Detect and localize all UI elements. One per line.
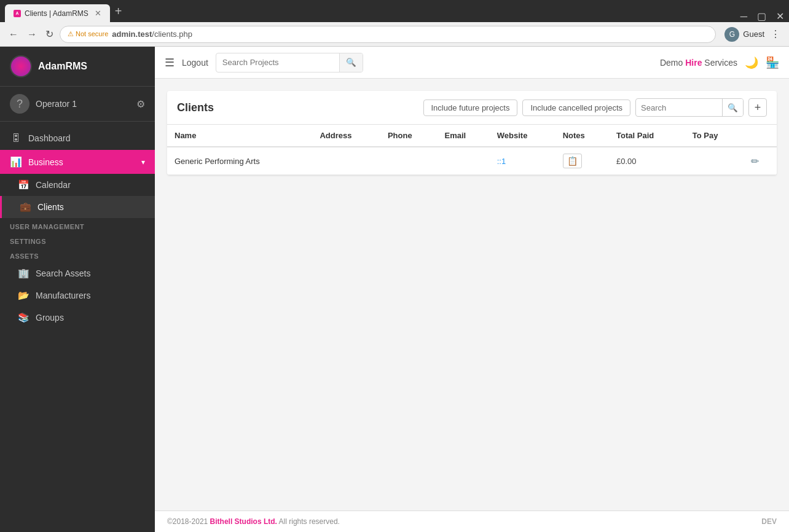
- col-address: Address: [312, 125, 380, 147]
- hamburger-menu-button[interactable]: ☰: [165, 56, 175, 69]
- add-client-button[interactable]: +: [748, 98, 767, 117]
- footer-company-link[interactable]: Bithell Studios Ltd.: [210, 517, 277, 526]
- sidebar-username: Operator 1: [36, 99, 130, 109]
- topbar: ☰ Logout 🔍 Demo Hire Services 🌙 🏪: [155, 47, 789, 79]
- project-search-input[interactable]: [216, 58, 339, 67]
- client-website-cell: ::1: [490, 147, 555, 175]
- calendar-icon: 📅: [17, 179, 29, 190]
- sidebar-brand: AdamRMS: [0, 47, 155, 87]
- store-button[interactable]: 🏪: [766, 56, 779, 69]
- maximize-icon[interactable]: ▢: [757, 10, 766, 22]
- page-footer: ©2018-2021 Bithell Studios Ltd. All righ…: [155, 510, 789, 532]
- url-bar[interactable]: ⚠ Not secure admin.test/clients.php: [60, 26, 716, 43]
- include-cancelled-projects-button[interactable]: Include cancelled projects: [522, 100, 630, 116]
- security-warning: ⚠ Not secure: [68, 30, 108, 38]
- forward-button[interactable]: →: [25, 26, 39, 42]
- logout-button[interactable]: Logout: [182, 58, 208, 68]
- tab-favicon: A: [14, 10, 21, 17]
- project-search-bar[interactable]: 🔍: [216, 53, 363, 72]
- dark-mode-button[interactable]: 🌙: [745, 56, 758, 69]
- sidebar-sub-item-label: Search Assets: [36, 268, 91, 278]
- minimize-icon[interactable]: ─: [740, 11, 747, 22]
- tab-title: Clients | AdamRMS: [25, 9, 88, 18]
- main-content: ☰ Logout 🔍 Demo Hire Services 🌙 🏪 Client…: [155, 47, 789, 532]
- url-display: admin.test/clients.php: [112, 29, 192, 39]
- sidebar-item-label: Business: [28, 157, 135, 167]
- sidebar-sub-item-label: Calendar: [36, 180, 71, 190]
- clients-search-bar[interactable]: 🔍: [635, 98, 744, 117]
- client-phone-cell: [380, 147, 438, 175]
- sidebar-sub-item-label: Groups: [36, 313, 64, 323]
- user-settings-icon[interactable]: ⚙: [136, 98, 145, 110]
- sidebar-item-clients[interactable]: 💼 Clients: [0, 196, 155, 218]
- sidebar-sub-item-label: Manufacturers: [36, 291, 90, 300]
- new-tab-button[interactable]: +: [110, 4, 127, 18]
- reload-button[interactable]: ↻: [43, 26, 56, 42]
- client-actions-cell: ✏: [744, 147, 777, 175]
- section-settings: SETTINGS: [0, 233, 155, 248]
- app-name: AdamRMS: [38, 61, 87, 72]
- include-future-projects-button[interactable]: Include future projects: [423, 100, 518, 116]
- topbar-right: Demo Hire Services 🌙 🏪: [660, 56, 779, 69]
- chevron-down-icon: ▾: [141, 158, 145, 166]
- clients-search-button[interactable]: 🔍: [722, 99, 743, 116]
- close-window-icon[interactable]: ✕: [776, 10, 784, 22]
- client-email-cell: [437, 147, 489, 175]
- search-assets-icon: 🏢: [17, 268, 29, 279]
- col-notes: Notes: [555, 125, 609, 147]
- browser-username: Guest: [743, 29, 764, 39]
- sidebar-item-business[interactable]: 📊 Business ▾: [0, 150, 155, 174]
- browser-menu-button[interactable]: ⋮: [768, 26, 783, 42]
- sidebar-item-label: Dashboard: [28, 133, 145, 143]
- page-content: Clients Include future projects Include …: [155, 79, 789, 510]
- groups-icon: 📚: [17, 312, 29, 323]
- client-total-paid-cell: £0.00: [609, 147, 685, 175]
- client-name-link[interactable]: Generic Performing Arts: [175, 157, 260, 166]
- col-email: Email: [437, 125, 489, 147]
- section-user-management: USER MANAGEMENT: [0, 218, 155, 233]
- sidebar-item-manufacturers[interactable]: 📂 Manufacturers: [0, 284, 155, 307]
- client-address-cell: [312, 147, 380, 175]
- back-button[interactable]: ←: [6, 26, 21, 42]
- browser-tab[interactable]: A Clients | AdamRMS ✕: [5, 4, 110, 22]
- col-total-paid: Total Paid: [609, 125, 685, 147]
- client-notes-cell: 📋: [555, 147, 609, 175]
- user-avatar-icon: G: [724, 27, 739, 42]
- footer-env-badge: DEV: [761, 517, 777, 526]
- tab-close-icon[interactable]: ✕: [95, 9, 101, 18]
- manufacturers-icon: 📂: [17, 290, 29, 301]
- client-to-pay-cell: [685, 147, 744, 175]
- app-logo: [10, 55, 32, 77]
- clients-header: Clients Include future projects Include …: [167, 91, 777, 125]
- sidebar-item-calendar[interactable]: 📅 Calendar: [0, 174, 155, 196]
- col-website: Website: [490, 125, 555, 147]
- col-actions: [744, 125, 777, 147]
- col-phone: Phone: [380, 125, 438, 147]
- clients-search-input[interactable]: [636, 103, 722, 112]
- sidebar-user-area: ? Operator 1 ⚙: [0, 87, 155, 122]
- sidebar-item-search-assets[interactable]: 🏢 Search Assets: [0, 262, 155, 284]
- sidebar-item-dashboard[interactable]: 🎛 Dashboard: [0, 127, 155, 150]
- sidebar: AdamRMS ? Operator 1 ⚙ 🎛 Dashboard 📊 Bus…: [0, 47, 155, 532]
- edit-client-button[interactable]: ✏: [751, 155, 759, 167]
- clients-title: Clients: [177, 101, 418, 114]
- client-name-cell: Generic Performing Arts: [167, 147, 312, 175]
- table-row: Generic Performing Arts ::1 📋 £0.: [167, 147, 777, 175]
- business-icon: 📊: [10, 156, 22, 168]
- clients-icon: 💼: [19, 201, 31, 213]
- browser-user-area: G Guest: [724, 27, 764, 42]
- sidebar-nav: 🎛 Dashboard 📊 Business ▾ 📅 Calendar 💼 Cl…: [0, 122, 155, 532]
- sidebar-sub-item-label: Clients: [37, 202, 64, 212]
- dashboard-icon: 🎛: [10, 133, 22, 144]
- project-search-button[interactable]: 🔍: [339, 53, 363, 72]
- clients-table: Name Address Phone Email Website Notes T…: [167, 125, 777, 175]
- sidebar-item-groups[interactable]: 📚 Groups: [0, 307, 155, 329]
- company-name: Demo Hire Services: [660, 58, 737, 68]
- footer-copyright: ©2018-2021 Bithell Studios Ltd. All righ…: [167, 517, 340, 526]
- col-name: Name: [167, 125, 312, 147]
- section-assets: ASSETS: [0, 248, 155, 262]
- user-icon: ?: [10, 94, 29, 114]
- client-website-link[interactable]: ::1: [497, 157, 506, 166]
- clients-card: Clients Include future projects Include …: [167, 91, 777, 175]
- notes-button[interactable]: 📋: [563, 154, 582, 168]
